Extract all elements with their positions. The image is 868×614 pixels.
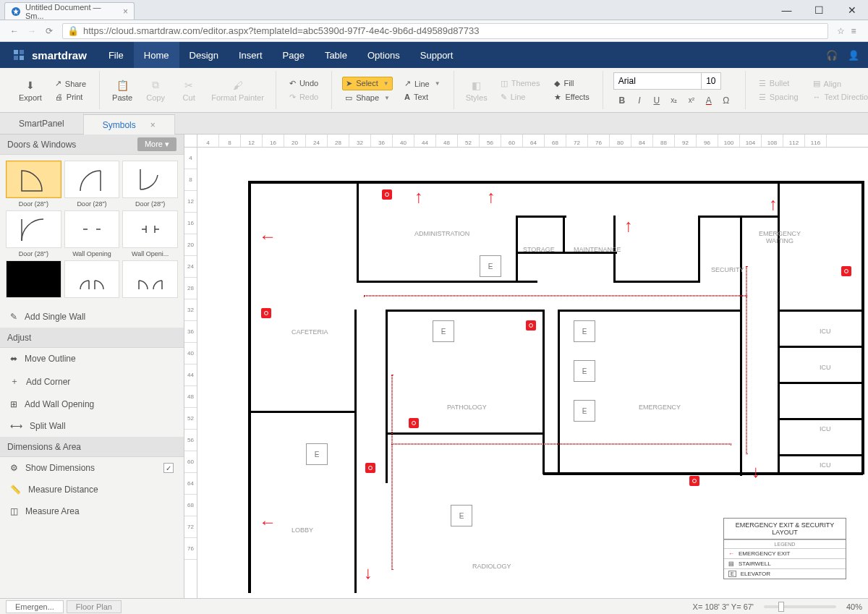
effects-button[interactable]: ★Effects	[551, 91, 592, 103]
themes-button[interactable]: ◫Themes	[498, 77, 543, 90]
exit-arrow: ↑	[624, 216, 633, 236]
label-emergency: EMERGENCY	[639, 404, 681, 411]
sheet-tab-active[interactable]: Emergen...	[6, 600, 64, 613]
font-name-input[interactable]	[614, 73, 701, 89]
line-tool[interactable]: ↗Line▼	[401, 77, 443, 90]
url-field[interactable]: 🔒 https://cloud.smartdraw.com/editor.asp…	[62, 23, 828, 39]
print-button[interactable]: 🖨Print	[52, 91, 89, 103]
add-single-wall[interactable]: ✎Add Single Wall	[0, 306, 184, 328]
text-direction-button[interactable]: ↔Text Direction	[810, 91, 868, 103]
canvas-area[interactable]: 4812162024283236404448525660646872768084…	[184, 135, 868, 598]
menu-insert[interactable]: Insert	[229, 42, 273, 68]
nav-reload-icon[interactable]: ⟳	[41, 22, 58, 40]
menu-file[interactable]: File	[98, 42, 134, 68]
show-dimensions[interactable]: ⚙Show Dimensions✓	[0, 457, 184, 479]
ruler-icon: 📏	[10, 485, 21, 495]
move-outline[interactable]: ⬌Move Outline	[0, 348, 184, 370]
symbol-door-4[interactable]: Door (28")	[6, 210, 61, 257]
floor-plan[interactable]: ADMINISTRATION STORAGE MAINTENANCE SECUR…	[219, 158, 861, 591]
line-style-button[interactable]: ✎Line	[498, 91, 543, 103]
zoom-slider[interactable]	[764, 605, 836, 608]
app-logo[interactable]: smartdraw	[0, 48, 98, 62]
spacing-button[interactable]: ☰Spacing	[756, 91, 801, 103]
styles-button[interactable]: ◧Styles	[460, 71, 493, 109]
menu-options[interactable]: Options	[357, 42, 410, 68]
redo-button[interactable]: ↷Redo	[286, 91, 321, 103]
help-icon[interactable]: 🎧	[826, 50, 838, 61]
export-button[interactable]: ⬇Export	[13, 71, 48, 109]
bookmark-icon[interactable]: ☆	[837, 26, 845, 36]
copy-icon: ⧉	[152, 79, 159, 92]
symbol-door-3[interactable]: Door (28")	[122, 161, 178, 208]
symbol-door-2[interactable]: Door (28")	[64, 161, 120, 208]
underline-button[interactable]: U	[651, 95, 663, 106]
sheet-tab-floorplan[interactable]: Floor Plan	[67, 600, 122, 613]
symbol-double-door-1[interactable]	[64, 260, 120, 300]
symbol-button[interactable]: Ω	[720, 95, 732, 106]
browser-menu-icon[interactable]: ≡	[845, 22, 862, 40]
italic-button[interactable]: I	[634, 95, 645, 106]
tab-symbols-close-icon[interactable]: ×	[150, 120, 156, 130]
align-button[interactable]: ▤Align	[810, 77, 868, 90]
text-tool[interactable]: AText	[401, 91, 443, 103]
measure-distance[interactable]: 📏Measure Distance	[0, 479, 184, 500]
nav-back-icon[interactable]: ←	[6, 22, 23, 40]
elevator-1: E	[480, 255, 501, 277]
menu-support[interactable]: Support	[410, 42, 464, 68]
menu-design[interactable]: Design	[179, 42, 229, 68]
tab-close-icon[interactable]: ×	[123, 7, 128, 17]
subscript-button[interactable]: x₂	[668, 96, 680, 104]
canvas[interactable]: ADMINISTRATION STORAGE MAINTENANCE SECUR…	[197, 148, 868, 598]
menu-home[interactable]: Home	[134, 42, 179, 68]
window-close[interactable]: ✕	[835, 0, 868, 20]
exit-arrow: ↓	[364, 563, 373, 583]
browser-tab[interactable]: Untitled Document — Sm... ×	[4, 2, 135, 20]
share-button[interactable]: ↗Share	[52, 77, 89, 90]
split-wall[interactable]: ⟷Split Wall	[0, 415, 184, 437]
shape-tool[interactable]: ▭Shape▼	[342, 92, 393, 104]
symbol-wall-opening-1[interactable]: Wall Opening	[64, 210, 120, 257]
add-corner[interactable]: ＋Add Corner	[0, 370, 184, 393]
symbol-solid[interactable]	[6, 260, 61, 300]
menu-table[interactable]: Table	[315, 42, 357, 68]
font-name-field[interactable]	[613, 72, 702, 90]
undo-button[interactable]: ↶Undo	[286, 77, 321, 90]
symbol-double-door-2[interactable]	[122, 260, 178, 300]
legend-header: LEGEND	[724, 540, 846, 548]
menu-page[interactable]: Page	[273, 42, 315, 68]
paste-button[interactable]: 📋Paste	[106, 71, 139, 109]
label-storage: STORAGE	[523, 246, 555, 253]
copy-button[interactable]: ⧉Copy	[139, 71, 172, 109]
select-tool[interactable]: ➤Select▼	[342, 77, 393, 90]
symbol-wall-opening-2[interactable]: Wall Openi...	[122, 210, 178, 257]
window-maximize[interactable]: ☐	[803, 0, 835, 20]
font-color-button[interactable]: A	[703, 95, 715, 106]
font-size-input[interactable]	[702, 73, 720, 89]
exit-arrow: ↓	[752, 461, 760, 482]
label-radiology: RADIOLOGY	[472, 563, 511, 570]
fill-button[interactable]: ◆Fill	[551, 77, 592, 90]
tab-symbols[interactable]: Symbols×	[84, 114, 175, 135]
window-minimize[interactable]: —	[770, 0, 803, 20]
zoom-knob[interactable]	[778, 602, 784, 612]
bullet-button[interactable]: ☰Bullet	[756, 77, 801, 90]
styles-icon: ◧	[472, 79, 481, 92]
tab-smartpanel[interactable]: SmartPanel	[0, 114, 84, 134]
font-size-field[interactable]	[702, 72, 721, 90]
measure-area[interactable]: ◫Measure Area	[0, 500, 184, 522]
more-button[interactable]: More ▾	[137, 137, 176, 151]
add-wall-opening[interactable]: ⊞Add Wall Opening	[0, 393, 184, 415]
superscript-button[interactable]: x²	[686, 96, 697, 104]
browser-tabbar: Untitled Document — Sm... ×	[0, 0, 868, 20]
window-controls: — ☐ ✕	[770, 0, 868, 20]
corner-icon: ＋	[10, 375, 19, 388]
redo-icon: ↷	[289, 93, 296, 102]
move-icon: ⬌	[10, 354, 17, 364]
format-painter-button[interactable]: 🖌Format Painter	[205, 71, 270, 109]
symbol-door-1[interactable]: Door (28")	[6, 161, 61, 208]
user-icon[interactable]: 👤	[848, 50, 859, 61]
nav-forward-icon[interactable]: →	[23, 22, 41, 40]
cut-button[interactable]: ✂Cut	[172, 71, 205, 109]
show-dimensions-checkbox[interactable]: ✓	[163, 463, 174, 473]
bold-button[interactable]: B	[616, 95, 628, 106]
